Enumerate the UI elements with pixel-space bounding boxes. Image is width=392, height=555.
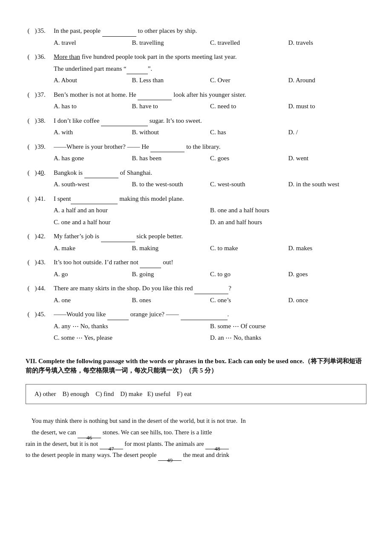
- option-39c: C. goes: [210, 153, 288, 164]
- paren-right-44: ): [32, 283, 37, 294]
- paren-right-43: ): [32, 257, 37, 268]
- q-num-42: 42.: [37, 231, 54, 242]
- option-43a: A. go: [54, 269, 132, 280]
- paren-right-40: ): [32, 168, 37, 179]
- q-num-35: 35.: [37, 26, 54, 37]
- option-41d: D. an and half hours: [210, 217, 366, 228]
- option-38a: A. with: [54, 127, 132, 138]
- blank-45b: [181, 314, 228, 320]
- q-text-35: In the past, people to other places by s…: [54, 26, 366, 37]
- option-42a: A. make: [54, 243, 132, 254]
- option-41c: C. one and a half hour: [54, 217, 210, 228]
- paren-right-45: ): [32, 309, 37, 320]
- option-37c: C. need to: [210, 101, 288, 112]
- blank-35: [102, 30, 136, 37]
- paren-left-43: (: [26, 257, 32, 268]
- passage-p1: You may think there is nothing but sand …: [26, 415, 366, 427]
- option-35c: C. travelled: [210, 38, 288, 49]
- option-45c: C. some ⋯ Yes, please: [54, 332, 210, 344]
- option-40b: B. to the west-south: [132, 179, 210, 190]
- option-45b: B. some ⋯ Of course: [210, 321, 366, 332]
- option-37d: D. must to: [288, 101, 367, 112]
- options-36: A. About B. Less than C. Over D. Around: [26, 75, 366, 86]
- section-7: VII. Complete the following passage with…: [26, 356, 366, 461]
- q-text-44: There are many skirts in the shop. Do yo…: [54, 283, 366, 294]
- option-39b: B. has been: [132, 153, 210, 164]
- option-40c: C. west-south: [210, 179, 288, 190]
- options-40: A. south-west B. to the west-south C. we…: [26, 179, 366, 190]
- question-36-row: ( ) 36. More than five hundred people to…: [26, 52, 366, 63]
- question-45-row: ( ) 45. ——Would you like orange juice? —…: [26, 309, 366, 320]
- q36-line2: The underlined part means “”.: [26, 64, 366, 75]
- q-text-40: Bangkok is of Shanghai.: [54, 168, 366, 179]
- paren-left-39: (: [26, 142, 32, 153]
- option-35b: B. travelling: [132, 38, 210, 49]
- q-num-45: 45.: [37, 309, 54, 320]
- q-num-38: 38.: [37, 116, 54, 127]
- multiple-choice-section: ( ) 35. In the past, people to other pla…: [26, 26, 366, 344]
- q-num-40: 40.: [37, 168, 54, 179]
- blank-46: 46: [78, 433, 101, 438]
- paren-left-38: (: [26, 116, 32, 127]
- q-num-37: 37.: [37, 90, 54, 101]
- options-37: A. has to B. have to C. need to D. must …: [26, 101, 366, 112]
- paren-left-41: (: [26, 194, 32, 205]
- option-36b: B. Less than: [132, 75, 210, 86]
- option-41a: A. a half and an hour: [54, 205, 210, 216]
- q-text-45: ——Would you like orange juice? —— .: [54, 309, 366, 320]
- q-num-39: 39.: [37, 142, 54, 153]
- paren-right-38: ): [32, 116, 37, 127]
- paren-right-42: ): [32, 231, 37, 242]
- q-text-42: My father’s job is sick people better.: [54, 231, 366, 242]
- paren-right-37: ): [32, 90, 37, 101]
- paren-right-39: ): [32, 142, 37, 153]
- option-44d: D. once: [288, 295, 367, 306]
- option-43c: C. to go: [210, 269, 288, 280]
- q-num-41: 41.: [37, 194, 54, 205]
- options-38: A. with B. without C. has D. /: [26, 127, 366, 138]
- underline-40-num: 0: [41, 169, 44, 176]
- blank-49: 49: [158, 455, 182, 461]
- option-44c: C. one’s: [210, 295, 288, 306]
- paren-left-37: (: [26, 90, 32, 101]
- paren-right-35: ): [32, 26, 37, 37]
- question-40-row: ( ) 40. Bangkok is of Shanghai.: [26, 168, 366, 179]
- paren-right-36: ): [32, 52, 37, 63]
- question-35-row: ( ) 35. In the past, people to other pla…: [26, 26, 366, 37]
- passage-p4: to the desert people in many ways. The d…: [26, 449, 366, 461]
- q-text-38: I don’t like coffee sugar. It’s too swee…: [54, 116, 366, 127]
- passage-p3: rain in the desert, but it is not 47 for…: [26, 438, 366, 450]
- q-num-43: 43.: [37, 257, 54, 268]
- q-num-44: 44.: [37, 283, 54, 294]
- paren-left-45: (: [26, 309, 32, 320]
- option-40d: D. in the south west: [288, 179, 367, 190]
- option-39a: A. has gone: [54, 153, 132, 164]
- word-box: A) other B) enough C) find D) make E) us…: [26, 384, 366, 405]
- option-38b: B. without: [132, 127, 210, 138]
- question-44-row: ( ) 44. There are many skirts in the sho…: [26, 283, 366, 294]
- paren-left-40: (: [26, 168, 32, 179]
- option-36a: A. About: [54, 75, 132, 86]
- blank-38: [101, 120, 148, 126]
- underline-36: More than: [54, 53, 80, 60]
- option-38d: D. /: [288, 127, 367, 138]
- q-text-41: I spent making this model plane.: [54, 194, 366, 205]
- question-37-row: ( ) 37. Ben’s mother is not at home. He …: [26, 90, 366, 101]
- blank-37: [138, 94, 172, 100]
- blank-41: [71, 198, 118, 204]
- option-42c: C. to make: [210, 243, 288, 254]
- q-text-36: More than five hundred people took part …: [54, 52, 366, 63]
- passage-p2: the desert, we can 46 stones. We can see…: [26, 427, 366, 438]
- option-42b: B. making: [132, 243, 210, 254]
- options-41: A. a half and an hour B. one and a half …: [26, 205, 366, 228]
- paren-left-42: (: [26, 231, 32, 242]
- option-41b: B. one and a half hours: [210, 205, 366, 216]
- option-37b: B. have to: [132, 101, 210, 112]
- option-43d: D. goes: [288, 269, 367, 280]
- option-35d: D. travels: [288, 38, 367, 49]
- question-41-row: ( ) 41. I spent making this model plane.: [26, 194, 366, 205]
- paren-left-44: (: [26, 283, 32, 294]
- paren-right-41: ): [32, 194, 37, 205]
- question-38-row: ( ) 38. I don’t like coffee sugar. It’s …: [26, 116, 366, 127]
- option-45a: A. any ⋯ No, thanks: [54, 321, 210, 332]
